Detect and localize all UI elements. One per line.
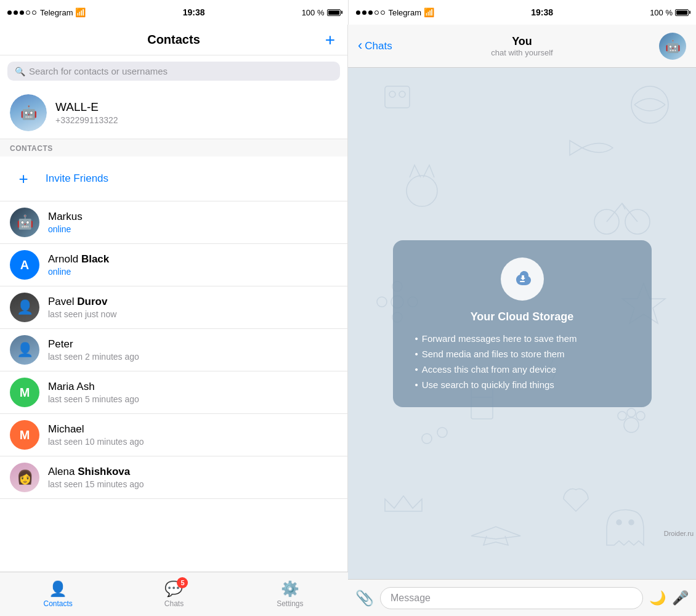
contact-row-pavel[interactable]: 👤 Pavel Durov last seen just now [0,286,347,329]
chat-avatar-button[interactable]: 🤖 [659,33,686,60]
battery-percent-left: 100 % [302,8,325,17]
search-icon: 🔍 [15,67,25,76]
contact-avatar-pavel: 👤 [10,293,39,322]
tab-settings[interactable]: ⚙️ Settings [232,572,348,616]
chat-input-bar: 📎 Message 🌙 🎤 [348,579,696,616]
contact-name-peter: Peter [48,338,139,351]
contact-name-markus: Markus [48,211,83,223]
invite-icon: + [10,165,37,192]
contacts-section-label: CONTACTS [0,139,347,156]
contact-avatar-peter: 👤 [10,335,39,365]
tab-chats[interactable]: 💬 5 Chats [116,572,232,616]
right-time: 19:38 [531,7,553,17]
cloud-storage-title: Your Cloud Storage [471,310,574,323]
contacts-title: Contacts [147,33,200,47]
tab-contacts[interactable]: 👤 Contacts [0,572,116,616]
contact-status-alena: last seen 15 minutes ago [48,479,144,489]
contact-status-maria: last seen 5 minutes ago [48,394,139,404]
contact-avatar-michael: M [10,420,39,450]
svg-point-21 [617,520,621,525]
walle-avatar-inner: 🤖 [10,94,47,131]
svg-point-18 [618,411,626,420]
cloud-storage-card: Your Cloud Storage •Forward messages her… [393,240,652,407]
right-status-left: Telegram 📶 [356,7,434,17]
back-button[interactable]: ‹ Chats [358,38,392,54]
contact-row-maria[interactable]: M Maria Ash last seen 5 minutes ago [0,371,347,414]
cloud-bullet-3: •Access this chat from any device [415,364,577,375]
chevron-left-icon: ‹ [358,38,362,54]
watermark: Droider.ru [664,530,694,537]
r-dot-5 [381,10,385,15]
svg-point-4 [407,176,437,206]
contacts-scroll[interactable]: + Invite Friends 🤖 Markus online A Arnol… [0,156,347,572]
svg-point-0 [631,86,668,123]
profile-info: WALL-E +332299113322 [55,100,118,125]
status-bar: Telegram 📶 19:38 100 % Telegram 📶 19:38 [0,0,696,25]
svg-point-20 [636,411,645,420]
settings-tab-label: Settings [277,599,303,608]
contact-name-michael: Michael [48,423,144,436]
contact-row-michael[interactable]: M Michael last seen 10 minutes ago [0,414,347,456]
carrier-label: Telegram [40,8,73,17]
dot-5 [32,10,36,15]
attach-button[interactable]: 📎 [355,590,374,607]
contact-avatar-arnold: A [10,250,39,280]
contacts-tab-icon: 👤 [49,580,67,598]
contact-avatar-markus: 🤖 [10,208,39,237]
svg-point-19 [627,408,636,417]
emoji-button[interactable]: 🌙 [649,590,666,606]
cloud-icon [501,257,544,301]
wifi-icon: 📶 [75,7,86,17]
contact-status-markus: online [48,224,83,234]
contact-info-michael: Michael last seen 10 minutes ago [48,423,144,447]
search-bar[interactable]: 🔍 Search for contacts or usernames [7,62,340,81]
contact-status-pavel: last seen just now [48,309,116,319]
svg-point-15 [422,434,432,444]
contact-status-arnold: online [48,267,109,277]
battery-percent-right: 100 % [650,8,673,17]
contact-name-arnold: Arnold Black [48,253,109,265]
profile-avatar: 🤖 [10,94,47,131]
message-placeholder: Message [390,593,431,604]
message-input[interactable]: Message [380,587,643,609]
search-placeholder: Search for contacts or usernames [29,66,168,76]
contact-row-peter[interactable]: 👤 Peter last seen 2 minutes ago [0,329,347,371]
profile-section[interactable]: 🤖 WALL-E +332299113322 [0,87,347,139]
right-wifi-icon: 📶 [424,7,434,17]
chat-title-area: You chat with yourself [491,35,552,57]
back-label: Chats [365,40,392,52]
signal-dots [7,10,36,15]
contact-info-arnold: Arnold Black online [48,253,109,277]
battery-icon-left [327,9,341,16]
contact-info-peter: Peter last seen 2 minutes ago [48,338,139,362]
left-time: 19:38 [183,7,205,17]
contact-info-alena: Alena Shishkova last seen 15 minutes ago [48,466,144,489]
contact-info-maria: Maria Ash last seen 5 minutes ago [48,381,139,404]
r-dot-2 [362,10,366,15]
contact-row-markus[interactable]: 🤖 Markus online [0,201,347,244]
cloud-bullet-2: •Send media and files to store them [415,349,577,359]
left-status-bar: Telegram 📶 19:38 100 % [0,0,348,25]
add-contact-button[interactable]: + [325,31,335,49]
dot-2 [14,10,18,15]
contact-info-markus: Markus online [48,211,83,234]
left-battery-area: 100 % [302,8,341,17]
contact-info-pavel: Pavel Durov last seen just now [48,296,116,319]
left-status-left: Telegram 📶 [7,7,86,17]
svg-point-16 [437,428,447,437]
right-battery-area: 100 % [650,8,689,17]
chats-tab-icon: 💬 5 [164,580,183,598]
contact-avatar-alena: 👩 [10,463,39,492]
chats-badge: 5 [177,577,188,588]
contact-name-pavel: Pavel Durov [48,296,116,308]
right-carrier-label: Telegram [389,8,421,17]
mic-button[interactable]: 🎤 [672,590,689,606]
profile-phone: +332299113322 [55,115,118,125]
contact-row-arnold[interactable]: A Arnold Black online [0,244,347,286]
contacts-header: Contacts + [0,25,347,55]
invite-friends-row[interactable]: + Invite Friends [0,156,347,201]
contact-row-alena[interactable]: 👩 Alena Shishkova last seen 15 minutes a… [0,456,347,499]
svg-point-17 [624,418,639,432]
dot-1 [7,10,12,15]
svg-point-3 [399,91,405,97]
